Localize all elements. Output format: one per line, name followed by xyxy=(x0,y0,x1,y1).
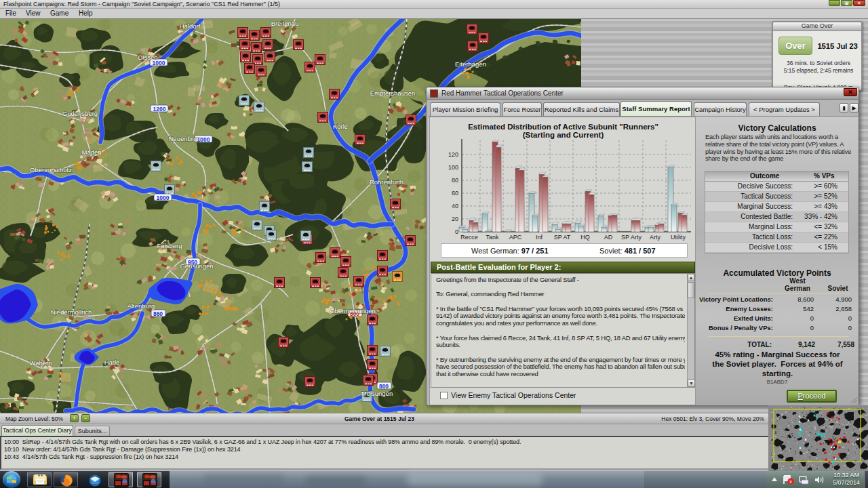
svg-text:Felsberg: Felsberg xyxy=(157,242,182,249)
svg-text:Breitenau: Breitenau xyxy=(271,20,299,27)
svg-text:Gensungen: Gensungen xyxy=(180,262,213,270)
svg-text:60: 60 xyxy=(452,190,458,197)
svg-text:Melsungen: Melsungen xyxy=(361,390,393,397)
svg-text:Obervorschutz: Obervorschutz xyxy=(30,166,72,174)
svg-text:860: 860 xyxy=(153,310,163,317)
svg-text:120: 120 xyxy=(448,151,458,158)
svg-text:Wabern: Wabern xyxy=(30,359,52,367)
svg-text:Recce: Recce xyxy=(460,234,478,241)
svg-text:Harle: Harle xyxy=(104,359,120,366)
svg-text:1200: 1200 xyxy=(153,106,166,113)
svg-text:80: 80 xyxy=(452,177,458,184)
svg-text:Tank: Tank xyxy=(486,234,499,241)
svg-text:Inf: Inf xyxy=(536,234,543,241)
svg-text:Maden: Maden xyxy=(81,148,101,156)
svg-text:100: 100 xyxy=(448,164,458,171)
svg-text:AD: AD xyxy=(604,234,613,241)
svg-text:800: 800 xyxy=(379,383,389,390)
svg-text:HQ: HQ xyxy=(580,234,590,241)
svg-text:x: x xyxy=(789,479,792,485)
svg-text:SP Arty: SP Arty xyxy=(621,234,642,241)
svg-text:Dissen: Dissen xyxy=(138,54,157,61)
svg-text:40: 40 xyxy=(452,203,458,209)
svg-text:Niedermollrich: Niedermollrich xyxy=(51,308,92,316)
svg-text:SP AT: SP AT xyxy=(554,234,571,241)
svg-text:Arty: Arty xyxy=(650,234,661,241)
svg-text:Obermelsungen: Obermelsungen xyxy=(330,307,376,314)
svg-text:20: 20 xyxy=(452,216,458,222)
svg-text:Rohrenfurth: Rohrenfurth xyxy=(370,178,403,186)
svg-text:0: 0 xyxy=(455,228,458,235)
svg-text:Altenburg: Altenburg xyxy=(127,302,155,310)
svg-text:Neuenbrun: Neuenbrun xyxy=(168,135,200,142)
svg-text:Eiterhagen: Eiterhagen xyxy=(455,60,486,68)
svg-text:1000: 1000 xyxy=(157,195,170,201)
svg-text:Emptershausen: Emptershausen xyxy=(370,89,416,97)
svg-text:Haldorf: Haldorf xyxy=(180,22,201,30)
svg-text:APC: APC xyxy=(509,234,522,241)
svg-text:Korle: Korle xyxy=(333,123,348,130)
svg-text:Gudensberg: Gudensberg xyxy=(62,110,98,117)
svg-text:Utility: Utility xyxy=(671,234,686,241)
